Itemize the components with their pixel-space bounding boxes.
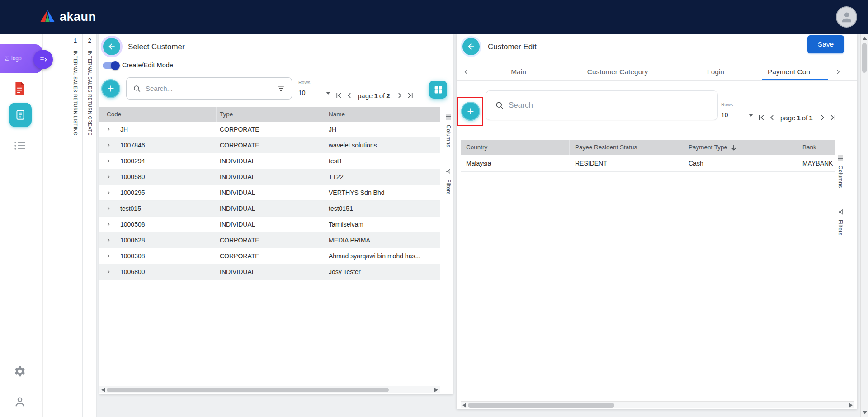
table-cell: 1000580 [120,169,217,185]
scroll-right-icon[interactable] [434,388,438,392]
profile-person-icon[interactable] [14,396,26,410]
payment-search-input[interactable] [509,101,708,110]
table-row[interactable]: 1006800INDIVIDUALJosy Tester [99,264,440,280]
scroll-down-icon[interactable] [861,409,868,416]
last-page-button[interactable] [829,113,838,122]
table-row[interactable]: 1000308CORPORATEAhmad syarqawi bin mohd … [99,248,440,264]
workspace-tab-listing[interactable]: 1 INTERNAL SALES RETURN LISTING [68,34,82,417]
last-page-button[interactable] [406,91,415,100]
scrollbar-thumb[interactable] [862,43,867,73]
row-expand-chevron-icon[interactable] [99,201,120,216]
tab-login[interactable]: Login [707,64,724,80]
add-payment-config-button[interactable] [461,102,480,121]
table-cell: CORPORATE [217,122,326,137]
sidebar-collapse-button[interactable] [33,50,53,69]
app-root: akaun logo 1 [0,0,868,417]
workspace-tab-label[interactable]: INTERNAL SALES RETURN CREATE [87,51,92,136]
back-button[interactable] [103,38,120,55]
column-header-bank[interactable]: Bank [797,140,835,155]
table-cell: INDIVIDUAL [217,185,326,200]
next-page-button[interactable] [818,113,827,122]
grid-view-button[interactable] [429,81,447,99]
columns-tool[interactable]: Columns [837,154,844,188]
row-expand-chevron-icon[interactable] [99,248,120,264]
table-row[interactable]: 1000295INDIVIDUALVERTHYS Sdn Bhd [99,185,440,201]
tabs-scroll-left-icon[interactable] [462,68,470,76]
tab-payment-config[interactable]: Payment Con [768,64,828,80]
column-header-country[interactable]: Country [461,140,570,155]
table-row[interactable]: 1000294INDIVIDUALtest1 [99,153,440,169]
filter-icon[interactable] [277,84,285,93]
search-icon [133,85,141,93]
workspace-tab-create[interactable]: 2 INTERNAL SALES RETURN CREATE [82,34,97,417]
column-header-code[interactable]: Code [99,107,217,122]
workspace-tab-number[interactable]: 2 [83,34,96,47]
header-label: Payee Resident Status [575,140,637,155]
table-row[interactable]: 1000628CORPORATEMEDIA PRIMA [99,232,440,248]
previous-page-button[interactable] [345,91,354,100]
create-edit-mode-toggle[interactable] [102,61,120,71]
broken-image-icon [5,56,9,61]
add-customer-button[interactable] [101,79,120,98]
customer-search-input[interactable] [146,85,277,92]
settings-gear-icon[interactable] [14,365,26,379]
scroll-up-icon[interactable] [861,35,868,42]
table-cell: 1000308 [120,248,217,264]
row-expand-chevron-icon[interactable] [99,153,120,169]
scroll-right-icon[interactable] [849,403,853,408]
brand[interactable]: akaun [40,0,96,34]
listing-icon[interactable] [14,141,26,152]
column-header-name[interactable]: Name [326,107,440,122]
table-cell: test015 [120,201,217,216]
total-pages: 2 [386,92,390,100]
table-row[interactable]: test015INDIVIDUALtest0151 [99,201,440,217]
filters-label: Filters [837,220,844,236]
row-expand-chevron-icon[interactable] [99,217,120,232]
first-page-button[interactable] [757,113,766,122]
of-word: of [379,92,385,100]
active-tab-indicator [762,79,828,80]
scrollbar-thumb[interactable] [107,388,389,392]
columns-label: Columns [445,125,452,147]
first-page-button[interactable] [334,91,343,100]
row-expand-chevron-icon[interactable] [99,169,120,185]
scrollbar-thumb[interactable] [468,403,614,408]
column-header-payment-type[interactable]: Payment Type [683,140,797,155]
tabs-scroll-right-icon[interactable] [834,68,842,76]
row-expand-chevron-icon[interactable] [99,122,120,137]
billing-app-button[interactable] [9,103,32,127]
row-expand-chevron-icon[interactable] [99,232,120,248]
table-row[interactable]: JHCORPORATEJH [99,122,440,137]
previous-page-button[interactable] [768,113,777,122]
row-expand-chevron-icon[interactable] [99,264,120,280]
sort-descending-icon[interactable] [731,144,736,151]
workspace-tab-label[interactable]: INTERNAL SALES RETURN LISTING [73,51,78,136]
scroll-left-icon[interactable] [101,388,105,392]
rows-per-page-select[interactable]: 10 [298,87,331,98]
tab-main[interactable]: Main [511,64,526,80]
rows-per-page-select[interactable]: 10 [721,109,754,120]
table-row[interactable]: 1000508INDIVIDUALTamilselvam [99,217,440,232]
row-expand-chevron-icon[interactable] [99,185,120,200]
column-header-type[interactable]: Type [217,107,326,122]
table-row[interactable]: 1000580INDIVIDUALTT22 [99,169,440,185]
filters-tool[interactable]: Filters [837,208,844,236]
table-row[interactable]: MalaysiaRESIDENTCashMAYBANK [461,155,835,172]
user-avatar[interactable] [836,6,857,28]
column-header-payee-resident-status[interactable]: Payee Resident Status [570,140,683,155]
columns-tool[interactable]: Columns [445,114,452,147]
workspace-tab-number[interactable]: 1 [68,34,82,47]
pdf-export-icon[interactable] [13,81,26,98]
tab-customer-category[interactable]: Customer Category [587,64,648,80]
scroll-left-icon[interactable] [462,403,466,408]
filters-tool[interactable]: Filters [445,168,452,195]
left-sidebar [0,34,43,417]
horizontal-scrollbar [461,401,854,408]
back-button[interactable] [462,38,480,55]
next-page-button[interactable] [395,91,404,100]
row-expand-chevron-icon[interactable] [99,137,120,153]
grid-icon [434,85,443,95]
table-row[interactable]: 1007846CORPORATEwavelet solutions [99,137,440,153]
table-cell: Tamilselvam [326,217,440,232]
save-button[interactable]: Save [807,35,844,53]
